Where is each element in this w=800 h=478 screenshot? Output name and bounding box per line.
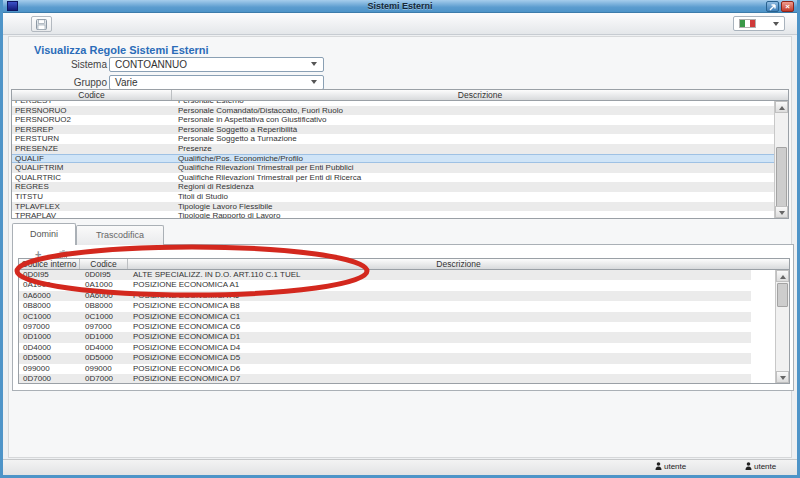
table-row[interactable]: 0C1000 0C1000 POSIZIONE ECONOMICA C1 bbox=[19, 312, 751, 322]
tab-domini[interactable]: Domini bbox=[12, 223, 76, 245]
table-row[interactable]: TPRAPLAV Tipologie Rapporto di Lavoro bbox=[12, 211, 774, 218]
window-title: Sistemi Esterni bbox=[3, 1, 797, 11]
table-row[interactable]: REGRES Regioni di Residenza bbox=[12, 182, 774, 192]
triangle-up-icon bbox=[779, 106, 785, 110]
table-row[interactable]: 0D1000 0D1000 POSIZIONE ECONOMICA D1 bbox=[19, 332, 751, 342]
row-internal-code: 0D5000 bbox=[19, 353, 80, 363]
table-row[interactable]: 099000 099000 POSIZIONE ECONOMICA D6 bbox=[19, 364, 751, 374]
rules-table: Codice Descrizione PERSEST Personale Est… bbox=[11, 89, 789, 219]
row-code: TITSTU bbox=[12, 192, 172, 202]
row-description: POSIZIONE ECONOMICA D7 bbox=[128, 374, 751, 383]
row-internal-code: 0A6000 bbox=[19, 291, 80, 301]
domini-table: Codice interno Codice Descrizione 0D0I95… bbox=[18, 258, 790, 384]
column-header-codice-interno: Codice interno bbox=[19, 259, 80, 269]
row-description: POSIZIONE ECONOMICA D4 bbox=[128, 343, 751, 353]
table-row[interactable]: QUALIF Qualifiche/Pos. Economiche/Profil… bbox=[12, 154, 774, 164]
sistema-value: CONTOANNUO bbox=[115, 59, 187, 70]
table-row[interactable]: 0D5000 0D5000 POSIZIONE ECONOMICA D5 bbox=[19, 353, 751, 363]
triangle-down-icon bbox=[780, 376, 786, 380]
rules-table-scrollbar[interactable] bbox=[774, 101, 788, 218]
row-internal-code: 0D1000 bbox=[19, 332, 80, 342]
row-description: Qualifiche/Pos. Economiche/Profilo bbox=[172, 154, 774, 164]
row-description: POSIZIONE ECONOMICA D6 bbox=[128, 364, 751, 374]
language-selector[interactable] bbox=[733, 16, 785, 31]
status-bar: utente utente bbox=[3, 459, 797, 475]
table-row[interactable]: 0D4000 0D4000 POSIZIONE ECONOMICA D4 bbox=[19, 343, 751, 353]
table-row[interactable]: 0D7000 0D7000 POSIZIONE ECONOMICA D7 bbox=[19, 374, 751, 383]
table-row[interactable]: 0A1000 0A1000 POSIZIONE ECONOMICA A1 bbox=[19, 280, 751, 290]
save-button[interactable] bbox=[31, 16, 52, 32]
row-internal-code: 097000 bbox=[19, 322, 80, 332]
row-code: QUALIFTRIM bbox=[12, 163, 172, 173]
row-code: 0A6000 bbox=[80, 291, 128, 301]
restore-window-button[interactable] bbox=[766, 1, 779, 12]
save-icon bbox=[36, 19, 47, 30]
row-code: 099000 bbox=[80, 364, 128, 374]
row-internal-code: 099000 bbox=[19, 364, 80, 374]
status-user-left: utente bbox=[655, 462, 686, 471]
domini-table-scrollbar[interactable] bbox=[775, 270, 789, 383]
row-internal-code: 0C1000 bbox=[19, 312, 80, 322]
table-row[interactable]: 097000 097000 POSIZIONE ECONOMICA C6 bbox=[19, 322, 751, 332]
row-description: POSIZIONE ECONOMICA C1 bbox=[128, 312, 751, 322]
row-internal-code: 0D7000 bbox=[19, 374, 80, 383]
row-description: Personale Soggetto a Turnazione bbox=[172, 134, 774, 144]
gruppo-select[interactable]: Varie bbox=[109, 75, 324, 90]
row-description: Personale Soggetto a Reperibilità bbox=[172, 125, 774, 135]
table-row[interactable]: TITSTU Titoli di Studio bbox=[12, 192, 774, 202]
row-code: 0B8000 bbox=[80, 301, 128, 311]
table-row[interactable]: PERSNORUO2 Personale in Aspettativa con … bbox=[12, 115, 774, 125]
row-description: Tipologie Rapporto di Lavoro bbox=[172, 211, 774, 218]
row-code: PRESENZE bbox=[12, 144, 172, 154]
table-row[interactable]: 0B8000 0B8000 POSIZIONE ECONOMICA B8 bbox=[19, 301, 751, 311]
row-internal-code: 0B8000 bbox=[19, 301, 80, 311]
table-row[interactable]: PERSTURN Personale Soggetto a Turnazione bbox=[12, 134, 774, 144]
gruppo-value: Varie bbox=[115, 77, 138, 88]
row-code: PERSNORUO2 bbox=[12, 115, 172, 125]
sistema-select[interactable]: CONTOANNUO bbox=[109, 57, 324, 72]
row-internal-code: 0D4000 bbox=[19, 343, 80, 353]
column-header-descrizione: Descrizione bbox=[172, 90, 788, 100]
rules-table-body: PERSEST Personale Esterno PERSNORUO Pers… bbox=[12, 101, 774, 218]
chevron-down-icon bbox=[311, 62, 317, 66]
table-row[interactable]: TPLAVFLEX Tipologie Lavoro Flessibile bbox=[12, 202, 774, 212]
row-description: Qualifiche Rilevazioni Trimestrali per E… bbox=[172, 163, 774, 173]
table-row[interactable]: PRESENZE Presenze bbox=[12, 144, 774, 154]
scroll-down-button[interactable] bbox=[776, 371, 789, 383]
scroll-up-button[interactable] bbox=[776, 270, 789, 282]
row-description: Qualifiche Rilevazioni Trimestrali per E… bbox=[172, 173, 774, 183]
main-toolbar bbox=[3, 13, 797, 35]
chevron-down-icon bbox=[311, 80, 317, 84]
table-row[interactable]: QUALIFTRIM Qualifiche Rilevazioni Trimes… bbox=[12, 163, 774, 173]
row-code: 097000 bbox=[80, 322, 128, 332]
row-description: ALTE SPECIALIZZ. IN D.O. ART.110 C.1 TUE… bbox=[128, 270, 751, 280]
table-row[interactable]: PERSREP Personale Soggetto a Reperibilit… bbox=[12, 125, 774, 135]
content-panel: Visualizza Regole Sistemi Esterni Sistem… bbox=[8, 36, 792, 458]
domini-table-body: 0D0I95 0D0I95 ALTE SPECIALIZZ. IN D.O. A… bbox=[19, 270, 751, 383]
gruppo-label: Gruppo bbox=[39, 77, 107, 88]
triangle-down-icon bbox=[779, 211, 785, 215]
scrollbar-thumb[interactable] bbox=[777, 283, 788, 307]
row-internal-code: 0D0I95 bbox=[19, 270, 80, 280]
scrollbar-thumb[interactable] bbox=[776, 147, 787, 207]
restore-window-icon bbox=[769, 4, 776, 11]
row-code: 0D0I95 bbox=[80, 270, 128, 280]
table-row[interactable]: 0A6000 0A6000 POSIZIONE ECONOMICA A6 bbox=[19, 291, 751, 301]
sistema-label: Sistema bbox=[39, 59, 107, 70]
row-description: Personale in Aspettativa con Giustificat… bbox=[172, 115, 774, 125]
domini-tab-panel: + Codice interno Codice Descrizione bbox=[12, 244, 794, 391]
row-code: QUALRTRIC bbox=[12, 173, 172, 183]
close-button[interactable]: × bbox=[781, 1, 794, 12]
scroll-up-button[interactable] bbox=[775, 101, 788, 113]
table-row[interactable]: PERSNORUO Personale Comandato/Distaccato… bbox=[12, 106, 774, 116]
table-row[interactable]: 0D0I95 0D0I95 ALTE SPECIALIZZ. IN D.O. A… bbox=[19, 270, 751, 280]
table-row[interactable]: QUALRTRIC Qualifiche Rilevazioni Trimest… bbox=[12, 173, 774, 183]
page-title: Visualizza Regole Sistemi Esterni bbox=[34, 44, 209, 56]
tab-trascodifica[interactable]: Trascodifica bbox=[76, 225, 164, 245]
row-code: 0C1000 bbox=[80, 312, 128, 322]
row-description: POSIZIONE ECONOMICA B8 bbox=[128, 301, 751, 311]
row-code: QUALIF bbox=[12, 154, 172, 164]
scroll-down-button[interactable] bbox=[775, 206, 788, 218]
row-code: PERSTURN bbox=[12, 134, 172, 144]
row-description: POSIZIONE ECONOMICA C6 bbox=[128, 322, 751, 332]
